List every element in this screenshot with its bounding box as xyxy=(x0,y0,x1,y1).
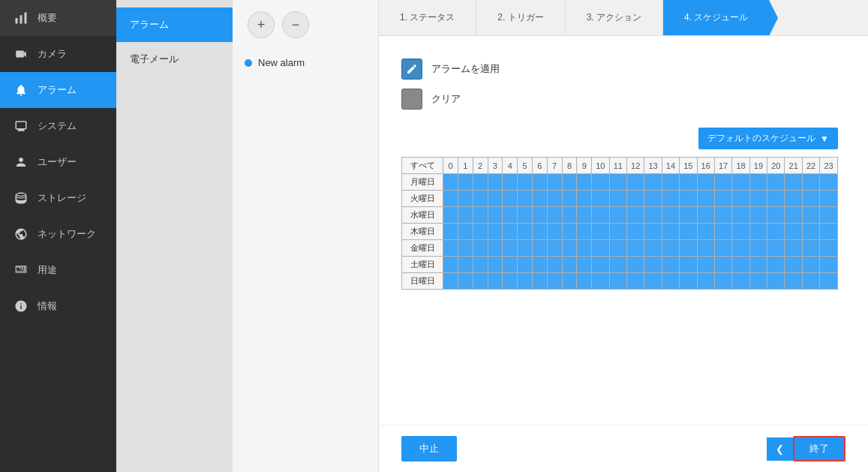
grid-cell-0-14[interactable] xyxy=(662,174,679,191)
grid-cell-1-21[interactable] xyxy=(785,191,802,207)
grid-cell-1-17[interactable] xyxy=(714,191,731,207)
grid-cell-0-23[interactable] xyxy=(820,174,838,191)
grid-cell-6-14[interactable] xyxy=(662,273,679,290)
grid-cell-5-20[interactable] xyxy=(767,257,785,273)
grid-cell-3-15[interactable] xyxy=(680,224,697,240)
grid-cell-5-18[interactable] xyxy=(732,257,749,273)
grid-cell-1-13[interactable] xyxy=(644,191,662,207)
grid-cell-5-5[interactable] xyxy=(518,257,533,273)
list-item-new-alarm[interactable]: New alarm xyxy=(233,50,378,76)
grid-cell-3-17[interactable] xyxy=(714,224,731,240)
grid-cell-3-1[interactable] xyxy=(458,224,473,240)
grid-cell-1-2[interactable] xyxy=(473,191,488,207)
grid-cell-5-19[interactable] xyxy=(749,257,767,273)
grid-cell-5-22[interactable] xyxy=(802,257,819,273)
grid-cell-2-10[interactable] xyxy=(592,207,609,224)
grid-cell-4-22[interactable] xyxy=(802,240,819,257)
grid-cell-6-6[interactable] xyxy=(532,273,547,290)
grid-cell-4-11[interactable] xyxy=(609,240,626,257)
grid-cell-2-4[interactable] xyxy=(503,207,518,224)
grid-cell-3-8[interactable] xyxy=(562,224,577,240)
grid-cell-0-15[interactable] xyxy=(680,174,697,191)
grid-cell-6-2[interactable] xyxy=(473,273,488,290)
grid-cell-0-19[interactable] xyxy=(749,174,767,191)
grid-cell-4-9[interactable] xyxy=(577,240,592,257)
grid-cell-1-18[interactable] xyxy=(732,191,749,207)
grid-cell-2-13[interactable] xyxy=(644,207,662,224)
grid-cell-4-20[interactable] xyxy=(767,240,785,257)
grid-cell-2-1[interactable] xyxy=(458,207,473,224)
grid-cell-6-18[interactable] xyxy=(732,273,749,290)
grid-cell-5-14[interactable] xyxy=(662,257,679,273)
grid-cell-2-14[interactable] xyxy=(662,207,679,224)
sidebar-item-system[interactable]: システム xyxy=(0,108,116,144)
tab-action[interactable]: 3. アクション xyxy=(566,0,663,35)
clear-item[interactable]: クリア xyxy=(401,89,838,110)
sidebar-item-alarm[interactable]: アラーム xyxy=(0,72,116,108)
grid-cell-3-11[interactable] xyxy=(609,224,626,240)
grid-cell-0-2[interactable] xyxy=(473,174,488,191)
grid-cell-3-23[interactable] xyxy=(820,224,838,240)
grid-cell-0-17[interactable] xyxy=(714,174,731,191)
sidebar-item-camera[interactable]: カメラ xyxy=(0,36,116,72)
sidebar-item-info[interactable]: 情報 xyxy=(0,288,116,324)
grid-cell-0-5[interactable] xyxy=(518,174,533,191)
grid-cell-2-17[interactable] xyxy=(714,207,731,224)
grid-cell-4-16[interactable] xyxy=(697,240,714,257)
grid-cell-0-10[interactable] xyxy=(592,174,609,191)
grid-cell-0-12[interactable] xyxy=(626,174,644,191)
grid-cell-4-0[interactable] xyxy=(443,240,458,257)
grid-cell-5-4[interactable] xyxy=(503,257,518,273)
grid-cell-1-9[interactable] xyxy=(577,191,592,207)
grid-cell-0-21[interactable] xyxy=(785,174,802,191)
grid-cell-4-6[interactable] xyxy=(532,240,547,257)
grid-cell-0-1[interactable] xyxy=(458,174,473,191)
grid-cell-3-2[interactable] xyxy=(473,224,488,240)
grid-cell-1-5[interactable] xyxy=(518,191,533,207)
grid-cell-2-22[interactable] xyxy=(802,207,819,224)
grid-cell-3-14[interactable] xyxy=(662,224,679,240)
grid-cell-6-1[interactable] xyxy=(458,273,473,290)
grid-cell-3-13[interactable] xyxy=(644,224,662,240)
grid-cell-3-0[interactable] xyxy=(443,224,458,240)
schedule-dropdown[interactable]: デフォルトのスケジュール ▼ xyxy=(698,128,838,149)
grid-cell-5-3[interactable] xyxy=(488,257,503,273)
tab-trigger[interactable]: 2. トリガー xyxy=(476,0,565,35)
grid-cell-5-15[interactable] xyxy=(680,257,697,273)
tab-status[interactable]: 1. ステータス xyxy=(379,0,476,35)
grid-cell-6-20[interactable] xyxy=(767,273,785,290)
grid-cell-2-8[interactable] xyxy=(562,207,577,224)
sub-sidebar-item-email[interactable]: 電子メール xyxy=(116,42,233,77)
grid-cell-2-20[interactable] xyxy=(767,207,785,224)
grid-cell-2-19[interactable] xyxy=(749,207,767,224)
grid-cell-4-3[interactable] xyxy=(488,240,503,257)
grid-cell-4-21[interactable] xyxy=(785,240,802,257)
grid-cell-4-12[interactable] xyxy=(626,240,644,257)
grid-cell-3-20[interactable] xyxy=(767,224,785,240)
grid-cell-0-11[interactable] xyxy=(609,174,626,191)
grid-cell-4-18[interactable] xyxy=(732,240,749,257)
grid-cell-5-12[interactable] xyxy=(626,257,644,273)
sidebar-item-user[interactable]: ユーザー xyxy=(0,144,116,180)
add-button[interactable]: + xyxy=(248,11,275,38)
grid-cell-6-4[interactable] xyxy=(503,273,518,290)
grid-cell-0-20[interactable] xyxy=(767,174,785,191)
grid-cell-5-11[interactable] xyxy=(609,257,626,273)
finish-button[interactable]: 終了 xyxy=(793,436,845,461)
grid-cell-5-17[interactable] xyxy=(714,257,731,273)
grid-cell-3-18[interactable] xyxy=(732,224,749,240)
grid-cell-0-8[interactable] xyxy=(562,174,577,191)
grid-cell-4-13[interactable] xyxy=(644,240,662,257)
grid-cell-1-8[interactable] xyxy=(562,191,577,207)
grid-cell-1-20[interactable] xyxy=(767,191,785,207)
grid-cell-0-0[interactable] xyxy=(443,174,458,191)
grid-cell-4-1[interactable] xyxy=(458,240,473,257)
grid-cell-6-22[interactable] xyxy=(802,273,819,290)
grid-cell-6-0[interactable] xyxy=(443,273,458,290)
grid-cell-5-13[interactable] xyxy=(644,257,662,273)
grid-cell-5-7[interactable] xyxy=(547,257,562,273)
grid-cell-1-3[interactable] xyxy=(488,191,503,207)
grid-cell-3-19[interactable] xyxy=(749,224,767,240)
grid-cell-2-15[interactable] xyxy=(680,207,697,224)
grid-cell-0-3[interactable] xyxy=(488,174,503,191)
